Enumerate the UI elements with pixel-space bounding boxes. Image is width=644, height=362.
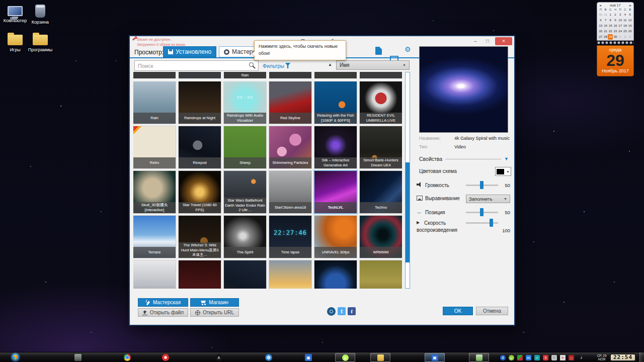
taskbar-window-button[interactable]: µ <box>335 353 355 362</box>
close-button[interactable]: × <box>495 37 512 45</box>
color-scheme-dropdown[interactable]: ▼ <box>495 167 511 176</box>
taskbar-date[interactable]: СР, 29 НОЯ <box>595 354 608 361</box>
taskbar-pinned-icon[interactable] <box>265 354 272 361</box>
wallpaper-tile[interactable]: Ricepod <box>179 126 221 168</box>
taskbar-pinned-icon[interactable] <box>162 354 169 361</box>
tray-icon[interactable] <box>517 355 523 360</box>
properties-collapse-icon[interactable]: ▼ <box>504 156 509 161</box>
wallpaper-tile-partial[interactable]: Rain <box>224 72 266 78</box>
tab-installed[interactable]: Установлено <box>163 46 216 57</box>
desktop-icon[interactable]: Игры <box>2 31 28 52</box>
calendar-day[interactable]: 9 <box>613 18 618 23</box>
position-slider-thumb[interactable] <box>480 208 484 216</box>
calendar-day[interactable]: 3 <box>618 12 623 18</box>
start-button[interactable] <box>11 353 20 361</box>
grid-scrollbar[interactable] <box>405 72 410 289</box>
wallpaper-tile[interactable]: Retro <box>133 126 176 168</box>
wallpaper-tile[interactable]: Techno <box>360 171 402 213</box>
wallpaper-tile[interactable]: TechLVL <box>314 171 357 213</box>
calendar-day[interactable]: 4 <box>623 12 628 18</box>
calendar-day[interactable]: 18 <box>623 23 628 29</box>
wallpaper-tile[interactable] <box>360 260 402 289</box>
calendar-day[interactable]: 13 <box>598 23 603 29</box>
sort-ascending-icon[interactable]: ▲ <box>328 62 332 67</box>
wallpaper-tile-partial[interactable] <box>269 72 311 78</box>
wallpaper-tile[interactable]: 22:27:46 Time lapse <box>269 216 311 258</box>
calendar-day[interactable]: 20 <box>598 29 603 34</box>
calendar-next-icon[interactable]: ► <box>629 4 632 7</box>
calendar-day[interactable]: 27 <box>598 34 603 40</box>
wallpaper-tile[interactable]: WRMMM <box>360 216 402 258</box>
speed-slider[interactable] <box>466 219 498 227</box>
position-slider[interactable] <box>466 208 498 216</box>
gear-icon[interactable]: ⚙ <box>405 45 411 53</box>
workshop-button[interactable]: Мастерская <box>138 298 188 307</box>
wallpaper-tile[interactable] <box>314 260 357 289</box>
taskbar-window-button[interactable] <box>370 353 390 362</box>
wallpaper-tile[interactable]: The Witcher 3: Wild Hunt Main-Menu巫师3本体主… <box>179 216 221 258</box>
calendar-day[interactable]: 30 <box>613 34 618 40</box>
wallpaper-tile[interactable]: UNRAVEL 60fps <box>314 216 357 258</box>
sort-dropdown[interactable]: Имя ▼ <box>336 60 410 70</box>
tray-icon[interactable]: 5 <box>543 355 548 360</box>
calendar-day[interactable]: 8 <box>608 18 613 23</box>
calendar-day[interactable]: 12 <box>627 18 632 23</box>
calendar-day[interactable]: 24 <box>618 29 623 34</box>
taskbar-pinned-icon[interactable] <box>124 354 131 361</box>
wallpaper-tile[interactable]: Skull_3D骷髅头 [Interactive] <box>133 171 176 213</box>
calendar-day[interactable]: 16 <box>613 23 618 29</box>
calendar-day[interactable]: 17 <box>618 23 623 29</box>
tray-icon[interactable]: µ <box>509 355 514 360</box>
tray-icon[interactable]: m <box>526 355 531 360</box>
wallpaper-tile[interactable]: The-Spirit <box>224 216 266 258</box>
calendar-day[interactable]: 15 <box>608 23 613 29</box>
wallpaper-tile-partial[interactable] <box>314 72 357 78</box>
speed-slider-thumb[interactable] <box>490 219 493 227</box>
tray-icon[interactable]: ▢ <box>569 355 574 360</box>
taskbar-pinned-icon[interactable]: ∧ <box>215 354 222 361</box>
wallpaper-tile[interactable]: Terrace <box>133 216 176 258</box>
calendar-prev-icon[interactable]: ◄ <box>599 4 602 7</box>
desktop-icon[interactable]: Программы <box>27 31 53 52</box>
wallpaper-tile-partial[interactable] <box>179 72 221 78</box>
search-input[interactable] <box>134 60 259 71</box>
tray-icon[interactable]: × <box>560 355 566 360</box>
calendar-day[interactable]: 1 <box>618 34 623 40</box>
wallpaper-tile[interactable]: Shimmering Particles <box>269 126 311 168</box>
taskbar-window-button[interactable]: ▣ <box>425 353 445 362</box>
wallpaper-tile[interactable] <box>269 260 311 289</box>
wallpaper-tile-partial[interactable] <box>133 72 176 78</box>
wallpaper-tile[interactable] <box>133 260 176 289</box>
show-desktop-button[interactable] <box>639 352 644 362</box>
wallpaper-tile[interactable]: Raindrops at Night <box>179 81 221 124</box>
calendar-day[interactable]: 10 <box>618 18 623 23</box>
calendar-day[interactable]: 28 <box>603 34 608 40</box>
taskbar-pinned-icon[interactable] <box>74 354 82 361</box>
calendar-day[interactable]: 26 <box>627 29 632 34</box>
wallpaper-tile[interactable]: Red Skyline <box>269 81 311 124</box>
wallpaper-tile[interactable]: RESIDENT EVIL UMBRELLA LIVE <box>360 81 402 124</box>
calendar-day[interactable]: 30 <box>598 12 603 18</box>
wallpaper-tile[interactable]: StarCitizen-area18 <box>269 171 311 213</box>
new-wallpaper-icon[interactable] <box>375 47 382 55</box>
calendar-day[interactable]: 29 <box>608 34 613 40</box>
taskbar-window-button[interactable] <box>469 353 489 362</box>
calendar-day[interactable]: 2 <box>613 12 618 18</box>
steam-social-icon[interactable] <box>327 307 336 316</box>
calendar-day[interactable]: 6 <box>598 18 603 23</box>
maximize-button[interactable]: □ <box>482 37 493 45</box>
tray-icon[interactable]: ✓ <box>534 355 540 360</box>
taskbar-pinned-icon[interactable]: ▣ <box>305 354 312 361</box>
grid-scrollbar-thumb[interactable] <box>406 162 410 262</box>
volume-slider-thumb[interactable] <box>480 181 484 189</box>
wallpaper-tile[interactable]: Silk – Interactive Generative Art <box>314 126 357 168</box>
wallpaper-tile-partial[interactable] <box>360 72 402 78</box>
wallpaper-tile[interactable]: Star Wars Battlefront Darth Vader Endor … <box>224 171 266 213</box>
minimize-button[interactable]: – <box>470 37 481 45</box>
calendar-day[interactable]: 5 <box>627 12 632 18</box>
taskbar-clock[interactable]: 22:54 <box>610 353 636 361</box>
open-file-button[interactable]: Открыть файл <box>138 308 188 317</box>
calendar-day[interactable]: 25 <box>623 29 628 34</box>
calendar-day[interactable]: 1 <box>608 12 613 18</box>
wallpaper-tile[interactable]: Rain <box>133 81 176 124</box>
